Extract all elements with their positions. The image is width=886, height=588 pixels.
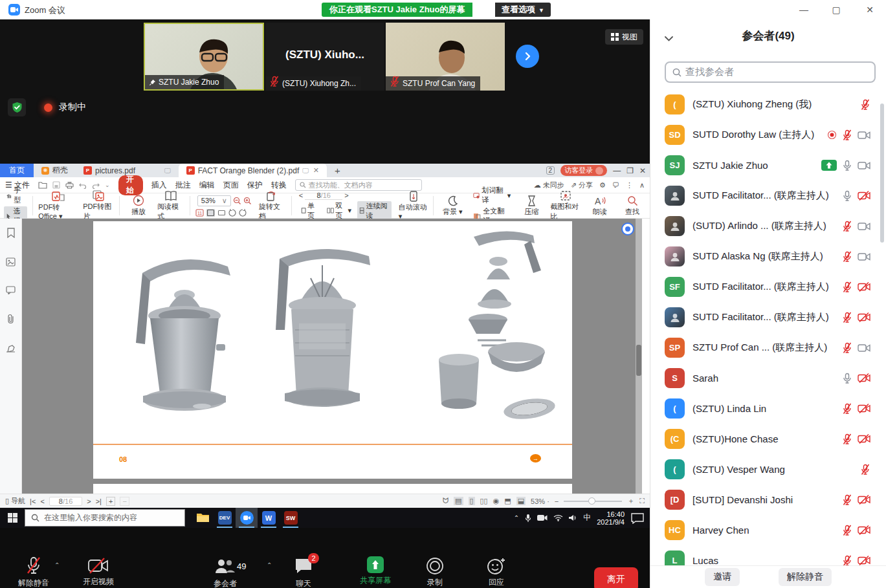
status-layout1-icon[interactable]: ⬒ [504,497,511,505]
wps-assistant-icon[interactable] [621,223,634,235]
audio-options-chevron[interactable]: ⌃ [54,561,60,569]
taskbar-zoom-icon[interactable] [236,508,258,528]
wps-minimize-button[interactable]: — [613,166,621,175]
participant-row[interactable]: (C(SZTU)Hone Chase [650,424,886,454]
word-translate-button[interactable]: 划词翻译 ▾ [471,186,513,205]
collapse-ribbon-icon[interactable]: ∧ [639,181,645,190]
cloud-sync-status[interactable]: ☁ 未同步 [534,180,564,190]
menu-edit[interactable]: 编辑 [199,180,215,191]
zoom-level-select[interactable]: 53%∨ [197,195,231,206]
close-tab-icon[interactable]: ✕ [313,166,319,175]
tab-home[interactable]: 首页 [0,164,34,177]
video-thumbnail-jakie[interactable]: SZTU Jakie Zhuo [144,23,264,91]
previous-page-button[interactable]: < [299,191,303,199]
menu-start[interactable]: 开始 [118,175,143,195]
start-video-button[interactable]: 开启视频 [83,558,114,587]
zoom-slider[interactable] [564,501,622,502]
menu-page[interactable]: 页面 [223,180,239,191]
menu-insert[interactable]: 插入 [151,180,167,191]
tray-mic-icon[interactable] [525,514,531,523]
open-folder-icon[interactable] [38,181,47,189]
new-tab-button[interactable]: + [327,164,348,177]
view-layout-button[interactable]: 视图 [605,29,643,45]
settings-gear-icon[interactable]: ⚙ [599,181,606,190]
status-zoom-level[interactable]: 53% · [531,497,549,505]
document-search-input[interactable]: 查找功能、文档内容 [295,179,422,191]
menu-convert[interactable]: 转换 [271,180,287,191]
pdf-to-office-button[interactable]: PDF转Office ▾ [38,191,78,221]
zoom-out-button[interactable]: − [555,497,559,505]
security-shield-icon[interactable] [8,98,26,116]
hand-tool-button[interactable]: 手型 [4,186,27,205]
pdf-scrollbar-thumb[interactable] [636,345,641,376]
save-icon[interactable] [52,181,60,189]
close-button[interactable]: ✕ [857,0,883,19]
participant-row[interactable]: SPSZTU Prof Can ... (联席主持人) [650,332,886,363]
status-single-icon[interactable]: ▯ [469,497,475,505]
unmute-all-button[interactable]: 解除静音 [779,568,832,586]
read-mode-button[interactable]: 阅读模式 [157,190,184,221]
ime-indicator[interactable]: 中 [583,512,591,523]
status-layout2-icon[interactable]: ⬓ [516,497,526,505]
taskbar-dev-cpp-icon[interactable]: DEV [214,508,236,528]
prev-page-button[interactable]: < [40,497,44,505]
print-icon[interactable] [65,181,74,189]
comment-icon[interactable]: 🗩 [612,181,619,189]
continuous-read-button[interactable]: 连续阅读 [357,201,392,221]
participant-row[interactable]: SFSUTD Facilitator... (联席主持人) [650,272,886,302]
first-page-button[interactable]: |< [30,497,36,505]
status-double-icon[interactable]: ▯▯ [480,497,488,505]
status-fit-icon[interactable]: ▤ [454,497,463,505]
read-aloud-button[interactable]: A 朗读 [586,195,614,217]
participant-row[interactable]: [D[SUTD] Devanshi Joshi [650,485,886,515]
participants-scrollbar-thumb[interactable] [880,103,884,243]
bookmark-icon[interactable] [6,228,16,238]
actual-size-icon[interactable]: 11 [195,209,204,217]
participants-options-chevron[interactable]: ⌃ [267,561,272,569]
zoom-in-icon[interactable] [243,197,252,205]
find-button[interactable]: 查找 [619,195,646,217]
next-page-button[interactable]: > [344,191,348,199]
tray-wifi-icon[interactable] [553,514,563,521]
eye-protect-icon[interactable]: ᗢ [443,497,449,505]
wps-close-button[interactable]: ✕ [639,166,646,175]
menu-protect[interactable]: 保护 [247,180,263,191]
pdf-to-image-button[interactable]: PDF转图片 [83,190,114,221]
participant-search-input[interactable]: 查找参会者 [665,61,876,83]
taskbar-wps-icon[interactable]: W [258,508,280,528]
reactions-button[interactable]: 回应 [487,557,506,588]
nav-pane-button[interactable]: ▯ 导航 [5,496,25,506]
taskbar-file-explorer-icon[interactable] [192,508,214,528]
rotate-right-icon[interactable] [239,209,247,217]
guest-login-button[interactable]: 访客登录 [560,165,607,176]
participant-row[interactable]: SJSZTU Jakie Zhuo [650,150,886,180]
compress-button[interactable]: 压缩 [518,195,545,217]
single-page-button[interactable]: 单页 [299,201,321,221]
participant-row[interactable]: (SUTD) Arlindo ... (联席主持人) [650,211,886,241]
undo-icon[interactable] [79,182,87,189]
taskbar-solidworks-icon[interactable]: SW [280,508,302,528]
rotate-document-button[interactable]: 旋转文档 [259,190,286,221]
participant-row[interactable]: SUTD Alaska Ng (联席主持人) [650,241,886,272]
video-thumbnail-xiuhong[interactable]: (SZTU) Xiuho... (SZTU) Xiuhong Zh... [265,23,384,91]
share-button[interactable]: ⇗ 分享 [571,180,593,190]
pdf-content-area[interactable]: 08 → [22,219,642,494]
record-button[interactable]: 录制 [426,557,444,588]
status-play-icon[interactable]: ◉ [493,497,500,505]
attachment-icon[interactable] [6,314,15,324]
background-button[interactable]: 背景 ▾ [439,195,466,217]
invite-button[interactable]: 邀请 [705,568,740,586]
notification-center-icon[interactable] [630,512,645,524]
next-page-button2[interactable]: > [87,497,91,505]
more-menu-icon[interactable]: ⋮ [626,181,633,190]
pdf-scrollbar[interactable] [636,219,642,494]
rotate-left-icon[interactable] [228,209,236,217]
leave-meeting-button[interactable]: 离开 [594,567,638,588]
participant-row[interactable]: SDSUTD Dorothy Law (主持人) [650,120,886,150]
participant-row[interactable]: LLucas [650,545,886,566]
page-indicator[interactable]: 8/16 [305,191,342,200]
participant-row[interactable]: HCHarvey Chen [650,515,886,545]
participant-row[interactable]: SSarah [650,363,886,393]
share-screen-button[interactable]: 共享屏幕 [360,556,391,586]
auto-scroll-button[interactable]: 自动滚动 ▾ [399,191,428,221]
